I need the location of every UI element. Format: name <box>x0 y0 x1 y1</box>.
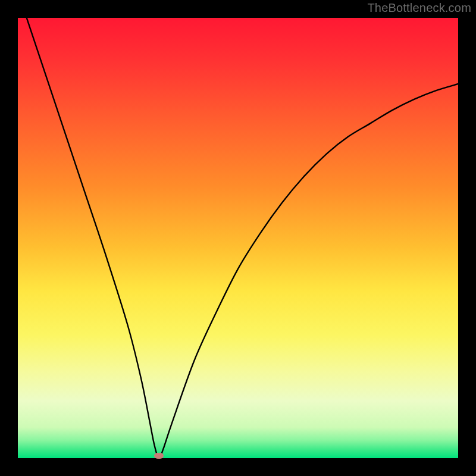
watermark-text: TheBottleneck.com <box>367 1 471 15</box>
plot-area <box>18 18 458 458</box>
chart-container: TheBottleneck.com <box>0 0 476 476</box>
optimal-point-marker <box>154 453 164 459</box>
bottleneck-curve <box>18 18 458 458</box>
